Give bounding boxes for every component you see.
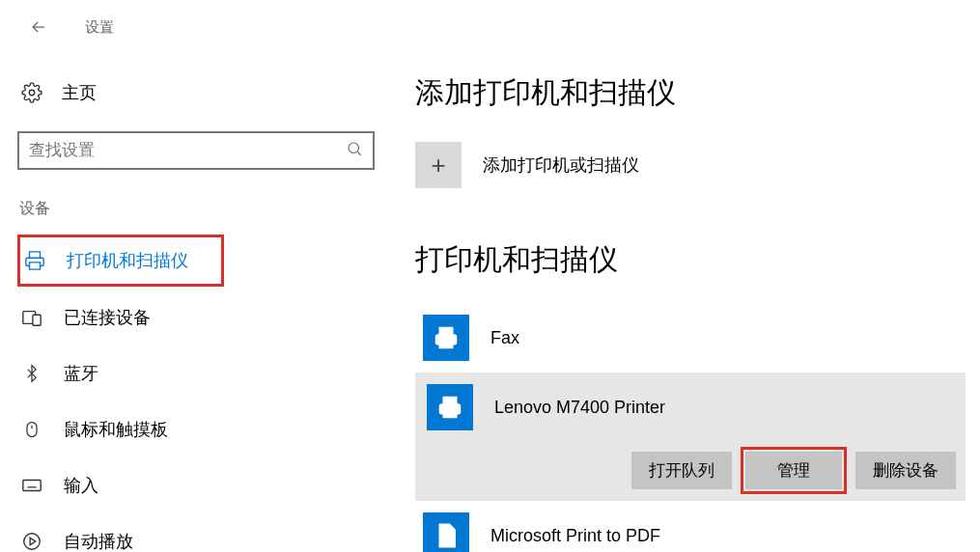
home-label: 主页	[62, 81, 97, 104]
device-row-lenovo[interactable]: Lenovo M7400 Printer 打开队列 管理 删除设备	[415, 373, 966, 501]
svg-rect-5	[23, 481, 41, 491]
search-input[interactable]	[29, 141, 346, 160]
nav-label: 已连接设备	[64, 306, 151, 329]
device-row-pdf[interactable]: Microsoft Print to PDF	[415, 501, 966, 552]
nav-item-printers[interactable]: 打印机和扫描仪	[17, 235, 224, 287]
keyboard-icon	[21, 475, 42, 496]
mouse-icon	[21, 419, 42, 440]
svg-point-1	[349, 143, 359, 153]
search-box[interactable]	[17, 131, 375, 170]
autoplay-icon	[21, 531, 42, 552]
heading-add: 添加打印机和扫描仪	[415, 73, 966, 113]
nav-label: 打印机和扫描仪	[67, 249, 188, 272]
nav-item-typing[interactable]: 输入	[17, 460, 386, 511]
nav-item-connected[interactable]: 已连接设备	[17, 292, 386, 343]
nav-label: 输入	[64, 474, 98, 497]
nav-label: 蓝牙	[64, 362, 98, 385]
plus-icon: +	[415, 142, 462, 188]
gear-icon	[21, 82, 42, 103]
printer-tile-icon	[423, 315, 469, 361]
device-row-fax[interactable]: Fax	[415, 303, 966, 373]
printer-tile-icon	[427, 384, 473, 430]
nav-item-mouse[interactable]: 鼠标和触摸板	[17, 404, 386, 455]
printer-icon	[24, 250, 45, 271]
search-icon	[346, 140, 363, 161]
nav-item-bluetooth[interactable]: 蓝牙	[17, 348, 386, 399]
home-link[interactable]: 主页	[17, 73, 386, 112]
svg-rect-3	[33, 315, 41, 325]
add-label: 添加打印机或扫描仪	[483, 153, 639, 177]
svg-point-0	[29, 90, 35, 96]
nav-label: 自动播放	[64, 530, 133, 552]
window-title: 设置	[85, 18, 114, 37]
svg-rect-4	[27, 423, 37, 437]
nav-label: 鼠标和触摸板	[64, 418, 168, 441]
nav-item-autoplay[interactable]: 自动播放	[17, 516, 386, 552]
device-name: Microsoft Print to PDF	[490, 526, 660, 546]
device-name: Fax	[490, 328, 519, 348]
connected-icon	[21, 307, 42, 328]
back-button[interactable]	[19, 8, 58, 46]
open-queue-button[interactable]: 打开队列	[631, 452, 732, 489]
printer-tile-icon	[423, 512, 469, 552]
device-name: Lenovo M7400 Printer	[494, 398, 665, 418]
heading-list: 打印机和扫描仪	[415, 240, 966, 280]
remove-device-button[interactable]: 删除设备	[855, 452, 956, 489]
bluetooth-icon	[21, 363, 42, 384]
section-label: 设备	[17, 199, 386, 219]
add-printer-row[interactable]: + 添加打印机或扫描仪	[415, 142, 966, 188]
manage-button[interactable]: 管理	[745, 452, 842, 489]
svg-point-6	[24, 534, 41, 550]
